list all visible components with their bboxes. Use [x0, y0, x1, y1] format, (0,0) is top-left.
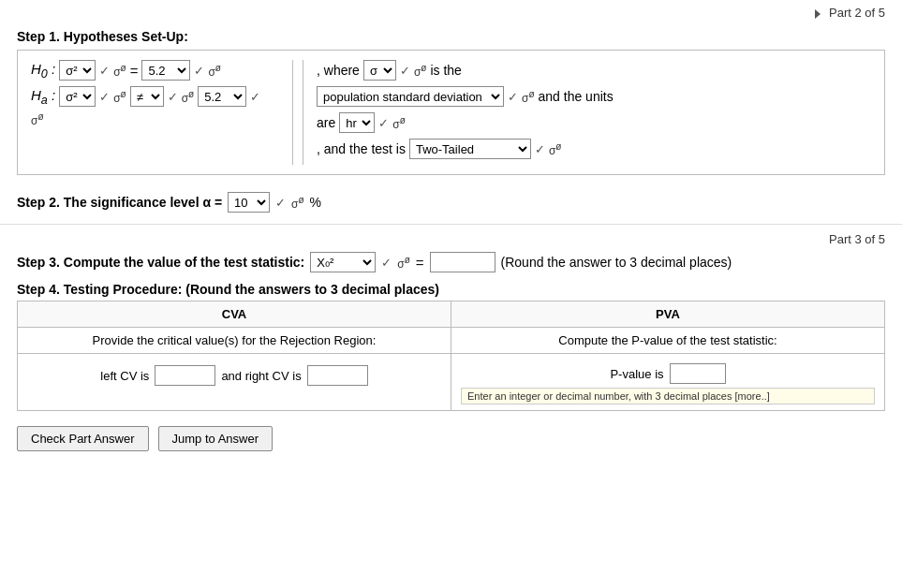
pvalue-tooltip: Enter an integer or decimal number, with…: [461, 388, 875, 404]
cv-input-cell: left CV is and right CV is: [18, 354, 451, 410]
and-test-label: , and the test is: [317, 141, 406, 156]
h0-equal: =: [130, 63, 139, 79]
alpha-select[interactable]: 10: [228, 192, 270, 213]
ha-select[interactable]: σ²: [59, 86, 96, 107]
ha-sigma3-edit[interactable]: σø: [31, 114, 44, 127]
step1-label: Step 1. Hypotheses Set-Up:: [0, 23, 902, 50]
cv-row: left CV is and right CV is: [27, 360, 441, 391]
h0-val-check: ✓: [194, 64, 204, 78]
step1-flex: H0 : σ² ✓ σø = 5.2 ✓ σø: [31, 60, 871, 165]
ha-check: ✓: [99, 90, 110, 104]
round-label: (Round the answer to 3 decimal places): [501, 255, 732, 270]
ha-sigma2-edit[interactable]: σø: [182, 89, 195, 105]
where-select[interactable]: σ: [363, 60, 396, 81]
left-col: H0 : σ² ✓ σø = 5.2 ✓ σø: [31, 60, 293, 165]
part3-label: Part 3 of 5: [829, 232, 885, 246]
popstd-sigma-edit[interactable]: σø: [522, 89, 535, 105]
cva-header: CVA: [18, 301, 451, 327]
stat-check: ✓: [381, 256, 392, 270]
ha-inner: Ha : σ² ✓ σø ≠ ✓ σø 5: [31, 86, 260, 127]
main-container: Part 2 of 5 Step 1. Hypotheses Set-Up: H…: [0, 0, 902, 588]
cva-desc: Provide the critical value(s) for the Re…: [18, 328, 451, 353]
pva-header: PVA: [451, 301, 884, 327]
ha-row: Ha : σ² ✓ σø ≠ ✓ σø 5: [31, 86, 279, 127]
triangle-icon: [815, 9, 821, 19]
h0-value-select[interactable]: 5.2: [141, 60, 190, 81]
pva-input-cell: P-value is Enter an integer or decimal n…: [451, 354, 884, 410]
part3-header: Part 3 of 5: [0, 228, 902, 248]
where-label: , where: [317, 63, 360, 78]
right-cv-input[interactable]: [307, 365, 368, 386]
step4-table: CVA PVA Provide the critical value(s) fo…: [17, 301, 885, 411]
table-header-row: CVA PVA: [18, 301, 884, 328]
ha-neq-select[interactable]: ≠: [130, 86, 164, 107]
step4-label: Step 4. Testing Procedure: (Round the an…: [0, 276, 902, 301]
stat-sigma-edit[interactable]: σø: [397, 255, 410, 271]
units-row: are hr ✓ σø: [317, 112, 871, 133]
pvalue-label: P-value is: [610, 367, 663, 381]
pva-desc-cell: Compute the P-value of the test statisti…: [451, 328, 884, 353]
part2-header: Part 2 of 5: [0, 0, 902, 23]
table-desc-row: Provide the critical value(s) for the Re…: [18, 328, 884, 354]
step3-label: Step 3. Compute the value of the test st…: [17, 255, 304, 270]
alpha-check: ✓: [275, 196, 286, 210]
right-col: , where σ ✓ σø is the population standar…: [303, 60, 871, 165]
pvalue-input[interactable]: [670, 363, 726, 384]
where-row: , where σ ✓ σø is the: [317, 60, 871, 81]
check-part-button[interactable]: Check Part Answer: [17, 426, 149, 451]
test-row: , and the test is Two-Tailed ✓ σø: [317, 139, 871, 159]
ha-val-check: ✓: [250, 90, 260, 104]
statistic-input[interactable]: [430, 252, 495, 272]
ha-label: Ha :: [31, 87, 55, 107]
pval-row: P-value is: [610, 363, 725, 384]
right-cv-label: and right CV is: [221, 369, 301, 383]
and-units-label: and the units: [539, 89, 614, 104]
left-cv-label: left CV is: [100, 369, 149, 383]
test-check: ✓: [535, 142, 545, 156]
popstd-row: population standard deviation ✓ σø and t…: [317, 86, 871, 107]
units-select[interactable]: hr: [339, 112, 375, 133]
units-sigma-edit[interactable]: σø: [392, 115, 406, 131]
test-sigma-edit[interactable]: σø: [549, 141, 562, 157]
part2-label: Part 2 of 5: [829, 6, 885, 20]
table-input-row: left CV is and right CV is P-value is En…: [18, 354, 884, 410]
h0-check: ✓: [99, 64, 110, 78]
step3-row: Step 3. Compute the value of the test st…: [0, 248, 902, 276]
units-check: ✓: [378, 116, 389, 130]
percent-label: %: [310, 195, 321, 210]
h0-row: H0 : σ² ✓ σø = 5.2 ✓ σø: [31, 60, 279, 81]
step2-label: Step 2. The significance level α =: [17, 195, 222, 210]
where-check: ✓: [400, 64, 410, 78]
h0-label: H0 :: [31, 61, 55, 81]
ha-sigma-row: σø: [31, 110, 260, 127]
h0-sigma-edit[interactable]: σø: [113, 63, 126, 79]
is-label: is the: [430, 63, 461, 78]
bottom-bar: Check Part Answer Jump to Answer: [0, 419, 902, 459]
ha-value-select[interactable]: 5.2: [198, 86, 246, 107]
ha-line1: Ha : σ² ✓ σø ≠ ✓ σø 5: [31, 86, 260, 107]
ha-sigma-edit[interactable]: σø: [113, 89, 126, 105]
alpha-sigma-edit[interactable]: σø: [291, 195, 304, 211]
test-select[interactable]: Two-Tailed: [409, 139, 531, 159]
jump-to-answer-button[interactable]: Jump to Answer: [158, 426, 274, 451]
step2-row: Step 2. The significance level α = 10 ✓ …: [0, 184, 902, 220]
are-label: are: [317, 115, 335, 130]
h0-select[interactable]: σ²: [59, 60, 96, 81]
h0-sigma2-edit[interactable]: σø: [208, 63, 221, 79]
left-cv-input[interactable]: [155, 365, 215, 386]
pva-desc: Compute the P-value of the test statisti…: [558, 333, 776, 347]
popstd-check: ✓: [508, 90, 518, 104]
where-sigma-edit[interactable]: σø: [414, 63, 427, 79]
step1-box: H0 : σ² ✓ σø = 5.2 ✓ σø: [17, 50, 885, 175]
statistic-select[interactable]: X₀²: [310, 252, 376, 272]
popstd-select[interactable]: population standard deviation: [317, 86, 504, 107]
ha-neq-check: ✓: [168, 90, 178, 104]
equals-label: =: [416, 255, 424, 271]
